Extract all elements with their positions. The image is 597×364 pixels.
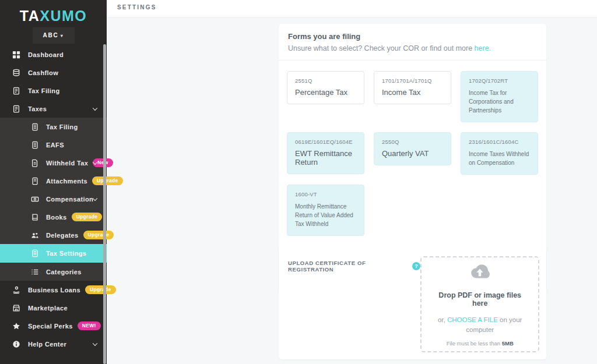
chevron-down-icon xyxy=(93,341,97,345)
sidebar-item-label: Special Perks xyxy=(28,323,73,330)
tile-code: 0619E/1601EQ/1604E xyxy=(295,139,356,145)
here-link[interactable]: here. xyxy=(475,44,491,52)
people-icon xyxy=(30,231,39,239)
org-name: ABC xyxy=(43,32,59,38)
tile-name: Income Tax for Corporations and Partners… xyxy=(469,89,530,115)
file-size-limit: File must be less than 5MB xyxy=(447,340,514,347)
sidebar-item-label: Books xyxy=(46,214,67,221)
upgrade-badge: Upgrade xyxy=(72,213,103,221)
sidebar-item-compensation[interactable]: Compensation xyxy=(0,190,107,208)
taxumo-logo[interactable]: TAXUMO xyxy=(0,0,107,24)
tile-1600vt[interactable]: 1600-VT Monthly Remittance Return of Val… xyxy=(287,185,364,236)
storefront-icon xyxy=(12,303,20,312)
info-circle-icon xyxy=(12,340,20,348)
forms-card-title: Forms you are filing xyxy=(288,32,537,41)
tile-name: Percentage Tax xyxy=(295,88,356,97)
sidebar-item-label: Attachments xyxy=(46,178,87,185)
attachment-icon xyxy=(30,176,39,185)
money-bill-icon xyxy=(30,195,39,203)
tile-quarterly-vat[interactable]: 2550Q Quarterly VAT xyxy=(374,132,451,165)
logo-text-teal: XUMO xyxy=(40,8,87,24)
tile-code: 1702Q/1702RT xyxy=(469,77,530,84)
tile-ewt-remittance[interactable]: 0619E/1601EQ/1604E EWT Remittance Return xyxy=(287,132,364,174)
tile-code: 1600-VT xyxy=(295,191,356,197)
sidebar-item-marketplace[interactable]: Marketplace xyxy=(0,299,107,317)
tile-code: 2550Q xyxy=(382,139,443,145)
file-dropzone[interactable]: Drop PDF or image files here or, CHOOSE … xyxy=(420,256,539,352)
tile-code: 1701/1701A/1701Q xyxy=(382,77,443,84)
sidebar-item-sub-tax-filing[interactable]: Tax Filing xyxy=(0,118,107,136)
coins-icon xyxy=(12,68,20,77)
sidebar-item-taxes[interactable]: Taxes xyxy=(0,100,107,118)
sidebar: TAXUMO ABC▾ Dashboard Cashflow Tax Filin… xyxy=(0,0,107,364)
help-icon[interactable]: ? xyxy=(412,262,420,270)
choose-file-link[interactable]: CHOOSE A FILE xyxy=(447,316,498,323)
tile-income-tax[interactable]: 1701/1701A/1701Q Income Tax xyxy=(374,71,451,104)
tile-income-tax-corporations[interactable]: 1702Q/1702RT Income Tax for Corporations… xyxy=(461,71,538,122)
dashboard-grid-icon xyxy=(12,50,20,59)
upgrade-badge: Upgrade xyxy=(92,176,123,185)
logo-text-white: TA xyxy=(20,8,40,24)
tile-name: Income Taxes Withheld on Compensation xyxy=(469,150,530,167)
tile-name: Income Tax xyxy=(382,88,443,97)
loan-hand-icon xyxy=(12,285,20,294)
forms-card-header: Forms you are filing Unsure what to sele… xyxy=(279,24,546,61)
chevron-down-icon xyxy=(93,105,97,110)
tile-name: Monthly Remittance Return of Value Added… xyxy=(295,202,356,228)
sidebar-item-label: Marketplace xyxy=(28,305,68,312)
sidebar-item-eafs[interactable]: EAFS xyxy=(0,136,107,154)
sidebar-item-label: Tax Filing xyxy=(28,87,60,94)
document-icon xyxy=(30,158,39,167)
top-bar: SETTINGS xyxy=(107,0,597,17)
sidebar-item-label: Categories xyxy=(46,268,82,275)
caret-down-icon: ▾ xyxy=(61,33,64,38)
tile-name: EWT Remittance Return xyxy=(295,149,356,167)
org-selector[interactable]: ABC▾ xyxy=(33,27,75,44)
sidebar-item-withheld-tax[interactable]: Withheld Tax New xyxy=(0,154,107,172)
list-icon xyxy=(30,267,39,276)
document-icon xyxy=(12,86,20,95)
forms-card-subtitle: Unsure what to select? Check your COR or… xyxy=(288,44,537,52)
calculator-icon xyxy=(30,140,39,149)
sidebar-item-delegates[interactable]: Delegates Upgrade xyxy=(0,226,107,244)
star-icon xyxy=(12,321,20,330)
book-icon xyxy=(30,213,39,221)
page-title: SETTINGS xyxy=(117,4,157,10)
sidebar-item-dashboard[interactable]: Dashboard xyxy=(0,45,107,63)
sidebar-item-label: Help Center xyxy=(28,341,66,348)
tile-code: 2551Q xyxy=(295,77,356,84)
tile-percentage-tax[interactable]: 2551Q Percentage Tax xyxy=(287,71,364,104)
main-area: SETTINGS Forms you are filing Unsure wha… xyxy=(107,0,597,364)
dropzone-title: Drop PDF or image files here xyxy=(431,291,529,308)
tile-code: 2316/1601C/1604C xyxy=(469,139,530,145)
sidebar-item-label: Compensation xyxy=(46,196,93,203)
upgrade-badge: Upgrade xyxy=(85,285,116,294)
sidebar-item-label: Tax Settings xyxy=(46,250,86,257)
sidebar-item-label: Withheld Tax xyxy=(46,160,88,167)
calculator-icon xyxy=(30,122,39,131)
cloud-upload-icon xyxy=(466,262,494,284)
upload-cor-card: UPLOAD CERTIFICATE OF REGISTRATION ? Dro… xyxy=(279,248,546,359)
sidebar-item-special-perks[interactable]: Special Perks NEW! xyxy=(0,317,107,335)
new-badge: NEW! xyxy=(78,321,101,330)
sidebar-item-label: Tax Filing xyxy=(46,123,78,130)
upgrade-badge: Upgrade xyxy=(83,231,114,239)
sidebar-item-cashflow[interactable]: Cashflow xyxy=(0,63,107,82)
sidebar-item-label: Cashflow xyxy=(28,69,58,76)
sidebar-scrollbar[interactable] xyxy=(103,44,106,364)
upload-cor-label: UPLOAD CERTIFICATE OF REGISTRATION ? xyxy=(288,260,420,273)
tile-withheld-compensation[interactable]: 2316/1601C/1604C Income Taxes Withheld o… xyxy=(461,132,538,175)
sidebar-item-help-center[interactable]: Help Center xyxy=(0,335,107,353)
sidebar-item-label: Taxes xyxy=(28,105,47,112)
sidebar-item-label: Business Loans xyxy=(28,287,80,294)
taxes-submenu: Tax Filing EAFS Withheld Tax New Attachm… xyxy=(0,118,107,281)
sidebar-item-categories[interactable]: Categories xyxy=(0,263,107,281)
sidebar-item-tax-settings[interactable]: Tax Settings xyxy=(0,244,107,263)
sidebar-item-books[interactable]: Books Upgrade xyxy=(0,208,107,226)
sidebar-item-business-loans[interactable]: Business Loans Upgrade xyxy=(0,281,107,299)
settings-document-icon xyxy=(30,249,39,258)
sidebar-item-attachments[interactable]: Attachments Upgrade xyxy=(0,172,107,190)
dropzone-or-text: or, CHOOSE A FILE on your computer xyxy=(431,315,529,335)
tax-form-tiles: 2551Q Percentage Tax 1701/1701A/1701Q In… xyxy=(279,61,546,236)
sidebar-item-tax-filing[interactable]: Tax Filing xyxy=(0,82,107,100)
